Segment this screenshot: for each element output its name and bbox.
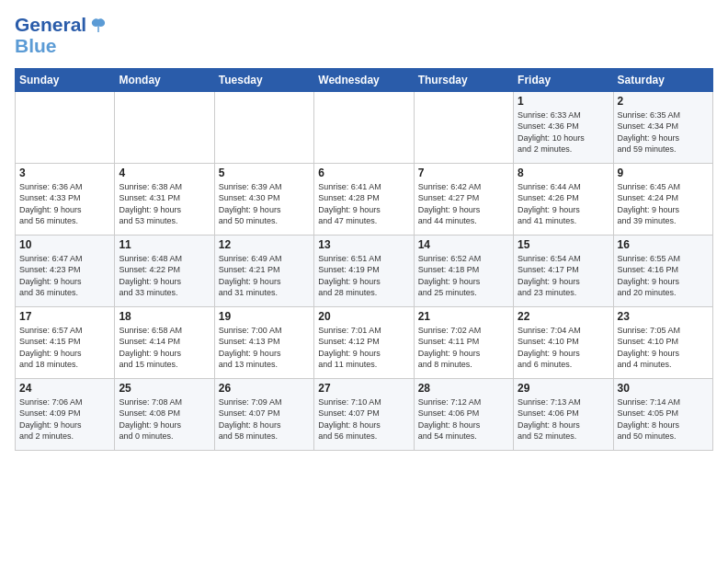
day-info: Sunrise: 6:52 AM Sunset: 4:18 PM Dayligh…	[418, 253, 509, 299]
calendar-cell: 17Sunrise: 6:57 AM Sunset: 4:15 PM Dayli…	[16, 306, 115, 378]
day-info: Sunrise: 7:06 AM Sunset: 4:09 PM Dayligh…	[19, 396, 110, 442]
day-number: 3	[19, 167, 110, 179]
day-info: Sunrise: 7:04 AM Sunset: 4:10 PM Dayligh…	[518, 325, 609, 371]
week-row-3: 10Sunrise: 6:47 AM Sunset: 4:23 PM Dayli…	[16, 235, 713, 306]
calendar-cell: 1Sunrise: 6:33 AM Sunset: 4:36 PM Daylig…	[514, 91, 613, 163]
calendar-cell: 26Sunrise: 7:09 AM Sunset: 4:07 PM Dayli…	[214, 378, 313, 450]
calendar-cell: 29Sunrise: 7:13 AM Sunset: 4:06 PM Dayli…	[514, 378, 613, 450]
day-number: 21	[418, 310, 509, 323]
day-info: Sunrise: 6:58 AM Sunset: 4:14 PM Dayligh…	[119, 325, 210, 371]
day-number: 5	[219, 167, 310, 179]
logo: General Blue	[15, 15, 108, 57]
day-number: 17	[19, 310, 110, 323]
day-info: Sunrise: 7:01 AM Sunset: 4:12 PM Dayligh…	[318, 325, 409, 371]
day-info: Sunrise: 7:09 AM Sunset: 4:07 PM Dayligh…	[219, 396, 310, 442]
calendar-cell: 11Sunrise: 6:48 AM Sunset: 4:22 PM Dayli…	[115, 235, 214, 306]
day-number: 8	[518, 167, 609, 179]
calendar-cell: 12Sunrise: 6:49 AM Sunset: 4:21 PM Dayli…	[214, 235, 313, 306]
calendar-table: SundayMondayTuesdayWednesdayThursdayFrid…	[15, 68, 713, 451]
calendar-cell: 13Sunrise: 6:51 AM Sunset: 4:19 PM Dayli…	[314, 235, 414, 306]
calendar-cell: 4Sunrise: 6:38 AM Sunset: 4:31 PM Daylig…	[115, 163, 214, 235]
day-number: 26	[219, 382, 310, 395]
day-info: Sunrise: 7:14 AM Sunset: 4:05 PM Dayligh…	[618, 396, 709, 442]
day-number: 24	[19, 382, 110, 395]
day-number: 22	[518, 310, 609, 323]
day-info: Sunrise: 7:00 AM Sunset: 4:13 PM Dayligh…	[219, 325, 310, 371]
day-info: Sunrise: 6:49 AM Sunset: 4:21 PM Dayligh…	[219, 253, 310, 299]
day-info: Sunrise: 6:48 AM Sunset: 4:22 PM Dayligh…	[119, 253, 210, 299]
day-number: 2	[618, 95, 709, 108]
day-info: Sunrise: 6:51 AM Sunset: 4:19 PM Dayligh…	[318, 253, 409, 299]
calendar-cell: 6Sunrise: 6:41 AM Sunset: 4:28 PM Daylig…	[314, 163, 414, 235]
day-number: 12	[219, 238, 310, 251]
calendar-cell	[414, 91, 513, 163]
calendar-cell: 24Sunrise: 7:06 AM Sunset: 4:09 PM Dayli…	[16, 378, 115, 450]
day-number: 23	[618, 310, 709, 323]
day-info: Sunrise: 7:12 AM Sunset: 4:06 PM Dayligh…	[418, 396, 509, 442]
week-row-5: 24Sunrise: 7:06 AM Sunset: 4:09 PM Dayli…	[16, 378, 713, 450]
day-info: Sunrise: 6:41 AM Sunset: 4:28 PM Dayligh…	[318, 181, 409, 227]
weekday-header-friday: Friday	[514, 68, 613, 91]
day-info: Sunrise: 6:38 AM Sunset: 4:31 PM Dayligh…	[119, 181, 210, 227]
calendar-cell: 2Sunrise: 6:35 AM Sunset: 4:34 PM Daylig…	[613, 91, 712, 163]
logo-text: General Blue	[15, 15, 108, 57]
day-number: 28	[418, 382, 509, 395]
calendar-cell: 22Sunrise: 7:04 AM Sunset: 4:10 PM Dayli…	[514, 306, 613, 378]
calendar-cell: 10Sunrise: 6:47 AM Sunset: 4:23 PM Dayli…	[16, 235, 115, 306]
day-info: Sunrise: 7:02 AM Sunset: 4:11 PM Dayligh…	[418, 325, 509, 371]
logo-bird-icon	[88, 16, 108, 36]
calendar-cell: 8Sunrise: 6:44 AM Sunset: 4:26 PM Daylig…	[514, 163, 613, 235]
calendar-cell: 28Sunrise: 7:12 AM Sunset: 4:06 PM Dayli…	[414, 378, 513, 450]
calendar-cell	[115, 91, 214, 163]
logo-block: General Blue	[15, 15, 108, 57]
calendar-cell	[214, 91, 313, 163]
day-number: 9	[618, 167, 709, 179]
day-number: 4	[119, 167, 210, 179]
day-info: Sunrise: 6:55 AM Sunset: 4:16 PM Dayligh…	[618, 253, 709, 299]
day-number: 6	[318, 167, 409, 179]
weekday-header-sunday: Sunday	[16, 68, 115, 91]
day-info: Sunrise: 6:57 AM Sunset: 4:15 PM Dayligh…	[19, 325, 110, 371]
calendar-container: General Blue SundayMondayTuesdayWednesda…	[0, 0, 728, 458]
day-number: 7	[418, 167, 509, 179]
day-number: 10	[19, 238, 110, 251]
calendar-cell: 9Sunrise: 6:45 AM Sunset: 4:24 PM Daylig…	[613, 163, 712, 235]
calendar-cell: 7Sunrise: 6:42 AM Sunset: 4:27 PM Daylig…	[414, 163, 513, 235]
weekday-header-saturday: Saturday	[613, 68, 712, 91]
day-number: 18	[119, 310, 210, 323]
week-row-1: 1Sunrise: 6:33 AM Sunset: 4:36 PM Daylig…	[16, 91, 713, 163]
calendar-cell: 30Sunrise: 7:14 AM Sunset: 4:05 PM Dayli…	[613, 378, 712, 450]
day-info: Sunrise: 6:45 AM Sunset: 4:24 PM Dayligh…	[618, 181, 709, 227]
header: General Blue	[15, 15, 713, 57]
calendar-cell: 21Sunrise: 7:02 AM Sunset: 4:11 PM Dayli…	[414, 306, 513, 378]
day-number: 11	[119, 238, 210, 251]
day-info: Sunrise: 6:44 AM Sunset: 4:26 PM Dayligh…	[518, 181, 609, 227]
day-number: 19	[219, 310, 310, 323]
day-number: 13	[318, 238, 409, 251]
calendar-cell: 15Sunrise: 6:54 AM Sunset: 4:17 PM Dayli…	[514, 235, 613, 306]
day-number: 1	[518, 95, 609, 108]
calendar-cell	[314, 91, 414, 163]
weekday-header-row: SundayMondayTuesdayWednesdayThursdayFrid…	[16, 68, 713, 91]
day-info: Sunrise: 7:13 AM Sunset: 4:06 PM Dayligh…	[518, 396, 609, 442]
calendar-cell: 14Sunrise: 6:52 AM Sunset: 4:18 PM Dayli…	[414, 235, 513, 306]
day-number: 29	[518, 382, 609, 395]
calendar-cell: 27Sunrise: 7:10 AM Sunset: 4:07 PM Dayli…	[314, 378, 414, 450]
day-number: 25	[119, 382, 210, 395]
day-info: Sunrise: 7:05 AM Sunset: 4:10 PM Dayligh…	[618, 325, 709, 371]
day-info: Sunrise: 6:54 AM Sunset: 4:17 PM Dayligh…	[518, 253, 609, 299]
day-info: Sunrise: 6:39 AM Sunset: 4:30 PM Dayligh…	[219, 181, 310, 227]
calendar-cell: 20Sunrise: 7:01 AM Sunset: 4:12 PM Dayli…	[314, 306, 414, 378]
day-info: Sunrise: 7:10 AM Sunset: 4:07 PM Dayligh…	[318, 396, 409, 442]
week-row-2: 3Sunrise: 6:36 AM Sunset: 4:33 PM Daylig…	[16, 163, 713, 235]
weekday-header-tuesday: Tuesday	[214, 68, 313, 91]
week-row-4: 17Sunrise: 6:57 AM Sunset: 4:15 PM Dayli…	[16, 306, 713, 378]
day-number: 30	[618, 382, 709, 395]
day-info: Sunrise: 7:08 AM Sunset: 4:08 PM Dayligh…	[119, 396, 210, 442]
day-number: 14	[418, 238, 509, 251]
day-number: 15	[518, 238, 609, 251]
calendar-cell: 25Sunrise: 7:08 AM Sunset: 4:08 PM Dayli…	[115, 378, 214, 450]
calendar-cell: 5Sunrise: 6:39 AM Sunset: 4:30 PM Daylig…	[214, 163, 313, 235]
day-info: Sunrise: 6:33 AM Sunset: 4:36 PM Dayligh…	[518, 109, 609, 155]
calendar-cell: 18Sunrise: 6:58 AM Sunset: 4:14 PM Dayli…	[115, 306, 214, 378]
